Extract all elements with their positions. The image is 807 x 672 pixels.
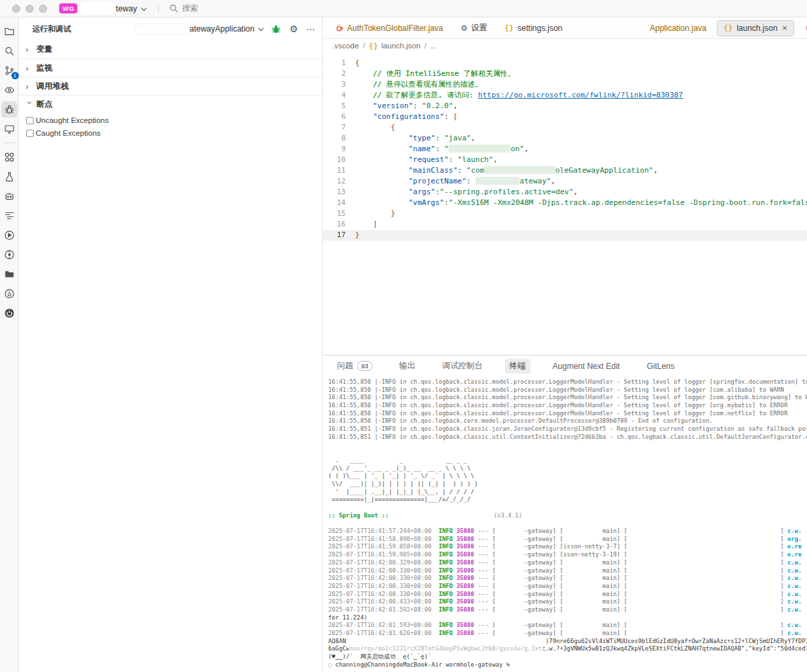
terminal-text: 2025-07-17T16:41:58.898+08:00 [328,536,432,544]
list-tree-icon[interactable] [1,208,17,224]
checkbox[interactable] [26,130,34,137]
panel-tab-Augment Next Edit[interactable]: Augment Next Edit [548,359,625,374]
gear-icon[interactable]: ⚙ [289,24,298,34]
code-line[interactable]: 9 "name": "on", [323,144,807,155]
code-token: "mainClass" [408,166,457,175]
project-folder-icon[interactable] [1,266,17,282]
remote-screen-icon[interactable] [1,121,17,137]
code-line[interactable]: 5 "version": "0.2.0", [323,101,807,112]
terminal-text: --- [ -gateway] [ main] [ [474,606,627,614]
logger-name: c.w. [787,591,802,597]
testing-icon[interactable] [1,169,17,185]
panel-tab-问题[interactable]: 问题93 [332,359,377,374]
run-circle-icon[interactable] [1,227,17,243]
code-text: "mainClass": "comoleGatewayApplication", [355,165,658,176]
code-token: : [449,155,457,164]
problems-count-badge: 93 [357,361,373,371]
sidebar-title: 运行和调试 [32,24,71,34]
breadcrumb-item[interactable]: .vscode [332,42,359,50]
terminal-output[interactable]: 16:41:55,850 |-INFO in ch.qos.logback.cl… [323,376,807,672]
debug-icon[interactable] [1,101,17,118]
code-line[interactable]: 8 "type": "java", [323,133,807,144]
terminal-logger: ] c.w. [780,559,802,567]
code-token: "request" [408,155,449,164]
panel-tab-终端[interactable]: 终端 [505,359,531,374]
live-preview-icon[interactable] [1,82,17,98]
breakpoint-item[interactable]: Uncaught Exceptions [19,115,322,126]
workspace-name[interactable]: teway [116,4,137,13]
code-line[interactable]: 7 { [323,122,807,133]
terminal-text: ] [780,551,787,558]
code-token [355,220,373,228]
plug-icon[interactable] [1,286,17,302]
breakpoint-item[interactable]: Caught Exceptions [19,128,322,138]
code-line[interactable]: 14 "vmArgs":"-Xms516M -Xmx2048M -Djps.tr… [323,198,807,208]
editor-tab-pom.xml[interactable]: pom.xml [796,17,807,39]
code-line[interactable]: 1{ [323,58,807,69]
terminal-text: INFO [432,622,453,630]
search-icon[interactable] [1,43,17,59]
window-minimize-button[interactable] [26,5,34,13]
sidebar-header: 运行和调试 atewayApplication ⚙ ⋯ [19,17,322,40]
code-line[interactable]: 13 "args":"--spring.profiles.active=dev"… [323,187,807,198]
chevron-expanded-icon: › [25,101,35,109]
panel-tab-调试控制台[interactable]: 调试控制台 [438,359,488,374]
code-line[interactable]: 4 // 欲了解更多信息, 请访问: https://go.microsoft.… [323,90,807,101]
terminal-text: 16:41:55,850 |-INFO in ch.qos.logback.co… [328,417,713,424]
ai-robot-icon[interactable] [1,188,17,204]
close-icon[interactable]: × [782,24,787,32]
breadcrumb-item[interactable]: launch.json [381,42,420,50]
terminal-line: \\/ ___)| |_)| | | | | || (_| | ) ) ) ) [328,480,807,489]
section-header-监视[interactable]: ›监视 [19,58,322,77]
code-line[interactable]: 2 // 使用 IntelliSense 了解相关属性。 [323,69,807,79]
code-token [355,187,408,196]
section-label: 监视 [36,62,52,74]
terminal-line: ○ channing@ChanningdeMacBook-Air wormhol… [328,661,807,669]
dependency-icon[interactable] [1,247,17,263]
extensions-icon[interactable] [1,149,17,165]
code-line[interactable]: 3 // 悬停以查看现有属性的描述。 [323,79,807,90]
section-header-调用堆栈[interactable]: ›调用堆栈 [19,77,322,95]
source-control-icon[interactable]: 1 [1,62,17,79]
code-line[interactable]: 17} [323,230,807,241]
code-line[interactable]: 16 ] [323,219,807,230]
breadcrumb-separator: / [363,42,365,50]
tab-label: settings.json [518,24,563,33]
code-token: { [355,58,360,67]
editor-tab-settings.json[interactable]: {}settings.json [496,17,572,39]
section-header-断点[interactable]: ›断点 [19,95,322,113]
checkbox[interactable] [26,117,34,124]
window-close-button[interactable] [12,5,20,13]
search-label[interactable]: 搜索 [182,3,198,14]
code-line[interactable]: 11 "mainClass": "comoleGatewayApplicatio… [323,165,807,176]
explorer-icon[interactable] [1,24,17,40]
editor-tab-AuthTokenGlobalFilter.java[interactable]: AuthTokenGlobalFilter.java [327,17,452,39]
more-actions-button[interactable]: ⋯ [306,24,315,34]
editor-tab-Application.java[interactable]: Application.java [571,17,715,39]
run-debug-sidebar: 运行和调试 atewayApplication ⚙ ⋯ ›变量›监视›调用堆栈›… [19,17,323,672]
editor-tab-设置[interactable]: ⚙设置 [452,17,496,39]
terminal-logger: ] c.w. [780,567,802,575]
code-line[interactable]: 6 "configurations": [ [323,112,807,122]
panel-tab-GitLens[interactable]: GitLens [642,359,679,374]
code-editor[interactable]: 1{2 // 使用 IntelliSense 了解相关属性。3 // 悬停以查看… [323,52,807,355]
code-line[interactable]: 10 "request": "launch", [323,155,807,165]
terminal-line: 6aGgCwnuv/rqv/mo1c1231rcX2BTmtG4UepPSxWg… [328,645,807,653]
terminal-text: --- [ -gateway] [sson-netty-3-19] [ [474,551,627,559]
breadcrumb[interactable]: .vscode/{}launch.json/... [323,39,807,52]
search-icon[interactable] [169,4,178,13]
power-icon[interactable] [1,305,17,321]
start-debug-button[interactable] [271,24,281,34]
panel-tab-输出[interactable]: 输出 [395,359,420,374]
terminal-text: ] [780,606,787,613]
code-line[interactable]: 12 "projectName": ateway", [323,176,807,187]
code-text: // 欲了解更多信息, 请访问: https://go.microsoft.co… [355,90,683,101]
terminal-text: INFO [432,559,453,567]
debug-config-dropdown[interactable]: atewayApplication [134,24,264,35]
editor-tab-launch.json[interactable]: {}launch.json× [717,20,794,36]
code-line[interactable]: 15 } [323,208,807,219]
terminal-text: for 11.224) [328,614,367,622]
window-zoom-button[interactable] [39,5,47,13]
breadcrumb-item[interactable]: ... [430,42,437,50]
section-header-变量[interactable]: ›变量 [19,40,322,58]
